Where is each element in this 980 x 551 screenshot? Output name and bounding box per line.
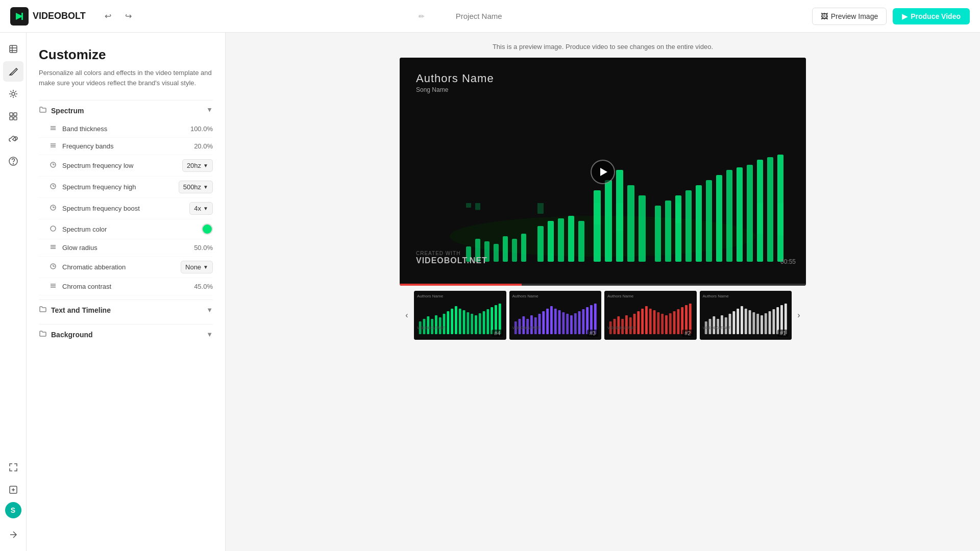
sidebar-layers-btn[interactable] — [3, 39, 23, 59]
svg-rect-75 — [475, 203, 480, 210]
svg-rect-144 — [677, 309, 679, 334]
thumb-1-badge: #1 — [777, 330, 789, 337]
sidebar-help-btn[interactable] — [3, 151, 23, 171]
svg-rect-77 — [594, 203, 601, 224]
video-preview[interactable]: Authors Name Song Name CREATED WITH VIDE… — [400, 58, 806, 286]
spectrum-color-row: Spectrum color — [39, 219, 213, 239]
background-section-header[interactable]: Background ▼ — [39, 324, 213, 344]
text-timeline-folder-icon — [39, 305, 47, 315]
band-thickness-icon — [49, 124, 57, 133]
customize-title: Customize — [39, 47, 213, 63]
glow-radius-icon — [49, 243, 57, 252]
svg-rect-139 — [657, 312, 659, 334]
thumbnail-3[interactable]: Authors Name VIDEOBOLT.NET #3 — [509, 291, 602, 340]
svg-rect-115 — [554, 309, 556, 334]
customize-panel: Customize Personalize all colors and eff… — [27, 33, 226, 551]
produce-video-label: Produce Video — [911, 12, 961, 20]
glow-radius-value: 50.0% — [194, 244, 213, 252]
svg-rect-137 — [649, 309, 652, 334]
preview-icon: 🖼 — [821, 12, 828, 20]
spectrum-section: Spectrum ▲ Band thickness 100.0% — [39, 100, 213, 295]
svg-rect-10 — [10, 117, 13, 120]
undo-button[interactable]: ↩ — [100, 8, 116, 24]
svg-rect-153 — [720, 315, 723, 334]
spectrum-freq-boost-icon — [49, 204, 57, 213]
chromatic-chevron-icon: ▼ — [203, 264, 208, 270]
svg-rect-158 — [741, 306, 743, 334]
spectrum-section-header[interactable]: Spectrum ▲ — [39, 100, 213, 120]
svg-rect-99 — [483, 311, 485, 334]
svg-rect-159 — [744, 309, 747, 334]
svg-rect-151 — [713, 316, 715, 334]
sidebar-grid-btn[interactable] — [3, 106, 23, 127]
thumbnails-container: Authors Name VIDEOBOLT.NET #4 — [414, 291, 792, 340]
preview-image-button[interactable]: 🖼 Preview Image — [812, 8, 887, 25]
svg-rect-113 — [546, 309, 549, 334]
svg-rect-166 — [772, 309, 775, 334]
svg-rect-1 — [21, 13, 23, 20]
svg-rect-120 — [574, 313, 576, 334]
chromatic-abberation-dropdown[interactable]: None ▼ — [181, 261, 213, 273]
svg-rect-66 — [706, 180, 712, 262]
sidebar-icons: S — [0, 33, 27, 551]
svg-rect-163 — [761, 315, 763, 334]
svg-rect-92 — [455, 306, 457, 334]
spectrum-freq-boost-dropdown[interactable]: 4x ▼ — [189, 202, 213, 215]
user-avatar[interactable]: S — [5, 502, 21, 518]
band-thickness-row: Band thickness 100.0% — [39, 120, 213, 138]
svg-rect-97 — [475, 315, 477, 334]
spectrum-color-swatch[interactable] — [202, 223, 213, 235]
video-play-button[interactable] — [591, 160, 615, 184]
sidebar-fullscreen-btn[interactable] — [3, 457, 23, 478]
svg-rect-8 — [10, 113, 13, 116]
chromatic-abberation-value: None — [185, 263, 201, 271]
svg-rect-136 — [645, 306, 648, 334]
svg-rect-69 — [737, 167, 743, 262]
svg-rect-49 — [512, 239, 517, 262]
video-overlay-text: Authors Name Song Name — [416, 72, 494, 93]
produce-video-button[interactable]: ▶ Produce Video — [893, 8, 970, 24]
spectrum-freq-high-dropdown[interactable]: 500hz ▼ — [179, 181, 213, 193]
band-thickness-label: Band thickness — [62, 125, 190, 133]
svg-rect-50 — [521, 234, 526, 262]
svg-rect-85 — [427, 316, 429, 334]
frequency-bands-label: Frequency bands — [62, 142, 194, 150]
thumbnail-1[interactable]: Authors Name VIDEOBOLT.NET #1 — [700, 291, 792, 340]
svg-rect-133 — [633, 314, 636, 334]
redo-button[interactable]: ↪ — [120, 8, 137, 24]
logo-text: VIDEOBOLT — [33, 11, 86, 21]
sidebar-settings-btn[interactable] — [3, 84, 23, 104]
svg-rect-90 — [447, 311, 449, 334]
svg-rect-72 — [767, 157, 773, 262]
thumbnails-prev-arrow[interactable]: ‹ — [400, 308, 414, 322]
sidebar-link-btn[interactable] — [3, 129, 23, 149]
project-name-wrapper[interactable]: ✏ — [419, 12, 530, 20]
svg-rect-61 — [655, 206, 661, 262]
spectrum-freq-high-row: Spectrum frequency high 500hz ▼ — [39, 177, 213, 198]
spectrum-freq-low-dropdown[interactable]: 20hz ▼ — [182, 159, 213, 172]
svg-rect-114 — [550, 306, 553, 334]
svg-rect-52 — [548, 221, 554, 262]
thumbnail-4[interactable]: Authors Name VIDEOBOLT.NET #4 — [414, 291, 506, 340]
svg-rect-56 — [594, 190, 601, 262]
glow-radius-label: Glow radius — [62, 244, 194, 252]
thumbnail-2[interactable]: Authors Name VIDEOBOLT.NET #2 — [604, 291, 697, 340]
background-section: Background ▼ — [39, 324, 213, 344]
video-progress-bar[interactable] — [400, 284, 806, 286]
undo-redo-group: ↩ ↪ — [100, 8, 137, 24]
logo[interactable]: VIDEOBOLT — [10, 7, 86, 26]
svg-rect-109 — [530, 315, 532, 334]
sidebar-share-btn[interactable] — [3, 524, 23, 545]
thumb-3-wm: VIDEOBOLT.NET — [512, 326, 541, 330]
topbar-actions-right: 🖼 Preview Image ▶ Produce Video — [812, 8, 970, 25]
spectrum-freq-boost-value: 4x — [194, 205, 201, 212]
sidebar-brush-btn[interactable] — [3, 61, 23, 82]
project-name-input[interactable] — [428, 12, 530, 20]
thumb-1-wm: VIDEOBOLT.NET — [703, 326, 731, 330]
text-timeline-section-header[interactable]: Text and Timeline ▼ — [39, 299, 213, 320]
text-timeline-left: Text and Timeline — [39, 305, 111, 315]
topbar: VIDEOBOLT ↩ ↪ ✏ 🖼 Preview Image ▶ Produc… — [0, 0, 980, 33]
preview-notice: This is a preview image. Produce video t… — [493, 43, 713, 51]
thumbnails-next-arrow[interactable]: › — [792, 308, 806, 322]
sidebar-edit-btn[interactable] — [3, 480, 23, 500]
